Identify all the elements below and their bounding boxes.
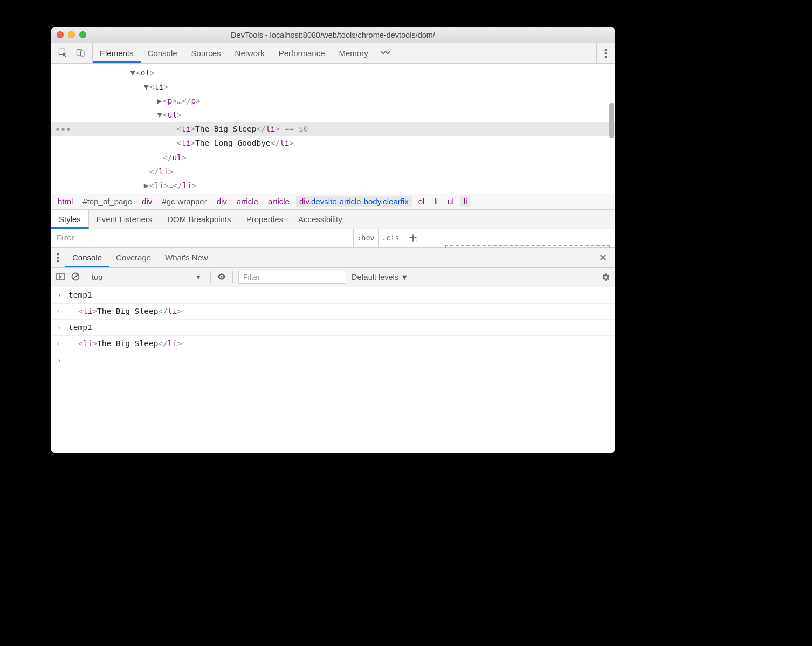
- log-levels-label: Default levels: [352, 273, 398, 281]
- svg-rect-2: [81, 51, 84, 56]
- console-output-arrow-icon: ‹·: [56, 307, 63, 315]
- inspect-tools: [51, 43, 93, 63]
- drawer-menu-icon[interactable]: [51, 248, 65, 267]
- dom-node[interactable]: ▼<li>: [51, 80, 615, 94]
- window-zoom-button[interactable]: [79, 31, 86, 38]
- console-prompt[interactable]: ›: [51, 352, 615, 368]
- hov-toggle[interactable]: :hov: [354, 229, 379, 247]
- new-style-rule-icon[interactable]: [403, 229, 423, 247]
- breadcrumb-item[interactable]: div: [139, 196, 155, 207]
- console-sidebar-toggle-icon[interactable]: [56, 272, 65, 283]
- console-row: ‹·<li>The Big Sleep</li>: [51, 336, 615, 352]
- drawer-tab-coverage[interactable]: Coverage: [109, 248, 158, 267]
- cls-toggle[interactable]: .cls: [379, 229, 403, 247]
- console-text: temp1: [68, 291, 92, 299]
- tab-console[interactable]: Console: [141, 43, 184, 63]
- console-input-arrow-icon: ›: [56, 323, 63, 332]
- styles-subtabs: StylesEvent ListenersDOM BreakpointsProp…: [51, 210, 615, 229]
- clear-console-icon[interactable]: [71, 272, 80, 283]
- drawer-tab-console[interactable]: Console: [65, 248, 109, 267]
- computed-preview: [423, 229, 615, 247]
- dom-node[interactable]: </ul>: [51, 150, 615, 164]
- subtab-styles[interactable]: Styles: [51, 210, 89, 229]
- subtab-event-listeners[interactable]: Event Listeners: [89, 210, 160, 229]
- main-tabs: ElementsConsoleSourcesNetworkPerformance…: [51, 43, 615, 64]
- execution-context-select[interactable]: top ▼: [92, 273, 205, 281]
- breadcrumb-item[interactable]: ul: [444, 196, 457, 207]
- more-tabs-icon[interactable]: [375, 43, 396, 63]
- subtab-accessibility[interactable]: Accessibility: [291, 210, 350, 229]
- live-expression-icon[interactable]: [216, 271, 227, 284]
- breadcrumb-item[interactable]: ol: [415, 196, 428, 207]
- devtools-window: DevTools - localhost:8080/web/tools/chro…: [51, 27, 615, 453]
- svg-point-7: [57, 257, 59, 259]
- subtab-properties[interactable]: Properties: [239, 210, 291, 229]
- window-title: DevTools - localhost:8080/web/tools/chro…: [51, 31, 615, 39]
- log-levels-select[interactable]: Default levels ▼: [352, 273, 408, 281]
- breadcrumb-item[interactable]: #gc-wrapper: [159, 196, 210, 207]
- dom-tree[interactable]: ▼<ol>▼<li>▶<p>…</p>▼<ul>•••<li>The Big S…: [51, 64, 615, 194]
- drawer-tabs: ConsoleCoverageWhat's New ✕: [51, 248, 615, 268]
- dom-node[interactable]: </li>: [51, 164, 615, 178]
- console-html: <li>The Big Sleep</li>: [68, 339, 182, 348]
- dom-node[interactable]: •••<li>The Big Sleep</li> == $0: [51, 122, 615, 136]
- svg-point-3: [605, 49, 607, 51]
- subtab-dom-breakpoints[interactable]: DOM Breakpoints: [160, 210, 238, 229]
- window-close-button[interactable]: [57, 31, 64, 38]
- dom-node[interactable]: ▶<p>…</p>: [51, 94, 615, 108]
- main-tab-list: ElementsConsoleSourcesNetworkPerformance…: [93, 43, 375, 63]
- window-minimize-button[interactable]: [68, 31, 75, 38]
- tab-elements[interactable]: Elements: [93, 43, 141, 63]
- console-text: temp1: [68, 323, 92, 332]
- svg-point-4: [605, 52, 607, 54]
- console-output-arrow-icon: ‹·: [56, 339, 63, 348]
- dom-node[interactable]: <li>The Long Goodbye</li>: [51, 136, 615, 150]
- dom-node[interactable]: ▼<ol>: [51, 66, 615, 80]
- console-input-arrow-icon: ›: [56, 291, 63, 299]
- scrollbar-thumb[interactable]: [609, 103, 614, 138]
- styles-filter-input[interactable]: [51, 229, 354, 247]
- svg-point-8: [57, 260, 59, 262]
- console-settings-icon[interactable]: [595, 268, 610, 287]
- console-html: <li>The Big Sleep</li>: [68, 307, 182, 315]
- traffic-lights: [51, 31, 86, 38]
- console-prompt-arrow-icon: ›: [56, 356, 63, 365]
- console-filter-input[interactable]: [238, 271, 346, 284]
- breadcrumb-item[interactable]: div.devsite-article-body.clearfix: [296, 196, 412, 207]
- breadcrumb-item[interactable]: li: [460, 196, 471, 207]
- breadcrumb-item[interactable]: li: [431, 196, 441, 207]
- console-toolbar: top ▼ Default levels ▼: [51, 268, 615, 287]
- console-output[interactable]: ›temp1‹·<li>The Big Sleep</li>›temp1‹·<l…: [51, 287, 615, 453]
- dom-node[interactable]: ▶<li>…</li>: [51, 178, 615, 193]
- dropdown-caret-icon: ▼: [195, 273, 202, 281]
- device-toolbar-icon[interactable]: [75, 47, 86, 59]
- console-row: ›temp1: [51, 320, 615, 336]
- drawer-tab-what-s-new[interactable]: What's New: [158, 248, 215, 267]
- dropdown-caret-icon: ▼: [401, 273, 408, 281]
- console-row: ›temp1: [51, 287, 615, 304]
- console-row: ‹·<li>The Big Sleep</li>: [51, 304, 615, 320]
- titlebar: DevTools - localhost:8080/web/tools/chro…: [51, 27, 615, 43]
- tab-sources[interactable]: Sources: [184, 43, 228, 63]
- tab-performance[interactable]: Performance: [272, 43, 332, 63]
- svg-point-6: [57, 253, 59, 255]
- svg-point-5: [605, 56, 607, 58]
- inspect-element-icon[interactable]: [58, 47, 68, 59]
- breadcrumb-item[interactable]: html: [54, 196, 76, 207]
- execution-context-label: top: [92, 273, 102, 281]
- drawer-tab-list: ConsoleCoverageWhat's New: [65, 248, 215, 267]
- styles-filter-row: :hov .cls: [51, 229, 615, 248]
- tab-network[interactable]: Network: [228, 43, 272, 63]
- dom-node[interactable]: ▼<ul>: [51, 108, 615, 122]
- breadcrumb[interactable]: html#top_of_pagediv#gc-wrapperdivarticle…: [51, 194, 615, 210]
- settings-menu-icon[interactable]: [596, 43, 615, 63]
- breadcrumb-item[interactable]: #top_of_page: [79, 196, 135, 207]
- drawer-close-icon[interactable]: ✕: [591, 252, 615, 264]
- tab-memory[interactable]: Memory: [332, 43, 375, 63]
- breadcrumb-item[interactable]: div: [214, 196, 230, 207]
- breadcrumb-item[interactable]: article: [233, 196, 262, 207]
- breadcrumb-item[interactable]: article: [265, 196, 293, 207]
